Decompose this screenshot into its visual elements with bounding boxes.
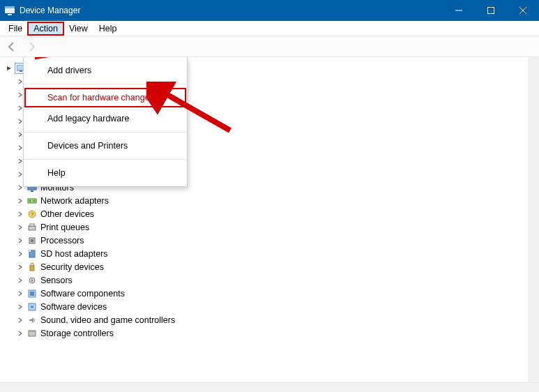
tree-item[interactable]: Storage controllers [1,327,525,340]
svg-rect-33 [29,226,36,230]
svg-rect-28 [28,199,36,203]
swcomp-icon [26,289,38,299]
tree-item-label: Sensors [40,276,73,285]
sensor-icon [26,276,38,285]
tree-item[interactable]: Network adapters [1,195,525,207]
menu-devices-printers[interactable]: Devices and Printers [24,135,187,156]
svg-rect-47 [29,331,36,332]
svg-rect-34 [30,224,34,226]
tree-item[interactable]: Sensors [1,274,525,287]
tree-item-label: SD host adapters [40,249,108,259]
minimize-button[interactable] [443,0,475,21]
other-icon: ? [26,209,38,219]
network-icon [26,196,38,206]
svg-point-30 [33,200,35,202]
svg-point-45 [31,306,33,308]
svg-rect-8 [20,70,22,72]
tree-item[interactable]: Sound, video and game controllers [1,314,525,326]
chevron-right-icon[interactable] [17,197,24,204]
menubar: File Action View Help [0,21,539,36]
svg-rect-43 [30,292,34,296]
security-icon [26,262,38,272]
menu-add-drivers[interactable]: Add drivers [24,60,187,81]
svg-point-29 [29,200,31,202]
menu-help[interactable]: Help [93,22,123,35]
chevron-right-icon[interactable] [17,277,24,284]
titlebar: Device Manager [0,0,539,21]
tree-item-label: Processors [40,236,84,246]
chevron-right-icon[interactable] [17,317,24,324]
menu-view[interactable]: View [63,22,93,35]
svg-rect-39 [30,266,34,271]
chevron-right-icon[interactable] [17,290,24,297]
tree-item-label: Software devices [40,302,107,312]
chevron-right-icon[interactable] [17,330,24,337]
tree-item-label: Security devices [40,262,104,272]
cpu-icon [26,236,38,246]
tree-item[interactable]: SD host adapters [1,248,525,260]
chevron-right-icon[interactable] [17,264,24,271]
menu-separator [24,132,187,133]
sd-icon [26,249,38,259]
svg-rect-4 [488,8,494,14]
content-area: ComputerDisk drivesDisplay adaptorsFirmw… [0,57,539,382]
close-button[interactable] [507,0,539,21]
storage-icon [26,329,38,338]
chevron-right-icon[interactable] [17,224,24,231]
svg-rect-2 [8,14,12,15]
tree-item[interactable]: Software components [1,287,525,300]
menu-scan-hardware[interactable]: Scan for hardware changes [24,87,187,108]
sound-icon [26,315,38,325]
svg-rect-38 [29,250,31,252]
svg-rect-27 [31,190,33,192]
maximize-button[interactable] [475,0,507,21]
expand-icon[interactable] [6,65,13,72]
svg-point-41 [31,280,33,282]
tree-item-label: Sound, video and game controllers [40,315,175,325]
svg-rect-1 [5,6,15,8]
menu-separator [24,159,187,160]
chevron-right-icon[interactable] [17,250,24,257]
menu-file[interactable]: File [3,22,28,35]
forward-button[interactable] [24,39,39,54]
tree-item[interactable]: ?Other devices [1,208,525,220]
svg-rect-36 [31,239,33,242]
menu-action[interactable]: Action [28,22,63,35]
statusbar [0,382,539,392]
svg-text:?: ? [31,211,34,218]
menu-separator [24,84,187,84]
swdev-icon [26,302,38,312]
chevron-right-icon[interactable] [17,211,24,218]
tree-item[interactable]: Print queues [1,221,525,234]
tree-item-label: Software components [40,289,125,299]
tree-item[interactable]: Software devices [1,301,525,313]
chevron-right-icon[interactable] [17,237,24,244]
printer-icon [26,223,38,232]
menu-add-legacy[interactable]: Add legacy hardware [24,108,187,129]
tree-item[interactable]: Processors [1,234,525,247]
chevron-right-icon[interactable] [17,303,24,310]
tree-item-label: Other devices [40,209,94,219]
tree-item-label: Storage controllers [40,329,114,338]
action-dropdown: Add drivers Scan for hardware changes Ad… [23,57,188,187]
toolbar [0,36,539,57]
tree-item-label: Network adapters [40,196,109,206]
tree-item-label: Print queues [40,223,89,232]
back-button[interactable] [4,39,20,54]
window-title: Device Manager [20,6,80,15]
menu-action-help[interactable]: Help [24,163,187,183]
app-icon [4,5,15,16]
tree-item[interactable]: Security devices [1,261,525,273]
